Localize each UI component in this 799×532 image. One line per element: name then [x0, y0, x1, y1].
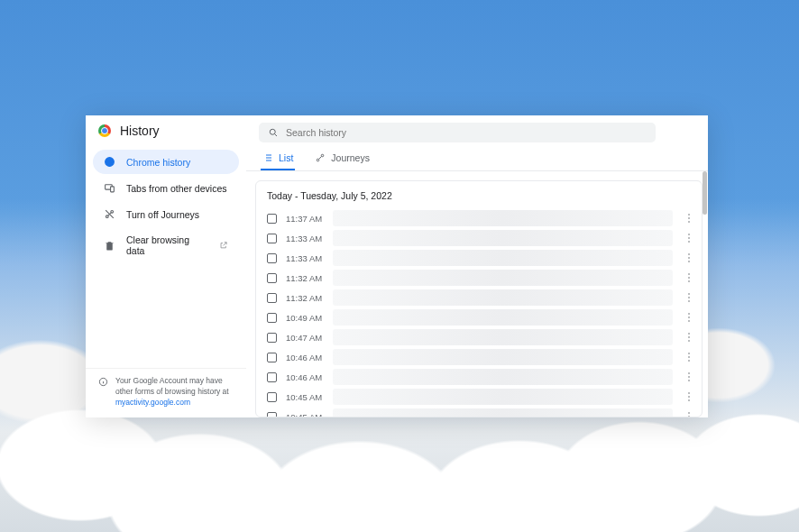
row-checkbox[interactable] — [267, 253, 277, 263]
sidebar-item-tabs-other-devices[interactable]: Tabs from other devices — [93, 176, 239, 200]
scrollbar-thumb[interactable] — [703, 171, 707, 215]
row-more-button[interactable] — [682, 211, 696, 225]
row-time: 11:32 AM — [286, 293, 324, 303]
row-more-button[interactable] — [682, 370, 696, 384]
devices-icon — [104, 182, 115, 194]
trash-icon — [104, 240, 115, 252]
history-card: Today - Tuesday, July 5, 2022 11:37 AM11… — [255, 180, 703, 417]
row-checkbox[interactable] — [267, 353, 277, 362]
row-time: 10:47 AM — [286, 333, 324, 343]
external-link-icon — [219, 241, 228, 250]
row-entry-placeholder — [333, 270, 673, 286]
row-checkbox[interactable] — [267, 293, 277, 303]
svg-rect-2 — [111, 187, 115, 192]
history-row[interactable]: 11:33 AM — [256, 248, 702, 268]
svg-point-3 — [106, 216, 108, 218]
sidebar-item-chrome-history[interactable]: Chrome history — [93, 150, 239, 174]
row-more-button[interactable] — [682, 310, 696, 325]
row-more-button[interactable] — [682, 271, 696, 285]
chrome-history-window: History Chrome history Tabs from other d… — [86, 115, 708, 417]
tabs: List Journeys — [246, 146, 708, 171]
sidebar: History Chrome history Tabs from other d… — [86, 115, 246, 417]
svg-point-7 — [317, 159, 320, 161]
row-time: 10:49 AM — [286, 313, 324, 323]
tab-label: List — [279, 152, 293, 163]
chrome-logo-icon — [98, 124, 111, 137]
tab-label: Journeys — [331, 152, 370, 163]
row-time: 10:45 AM — [286, 412, 324, 418]
history-row[interactable]: 10:47 AM — [256, 327, 702, 347]
sidebar-item-label: Clear browsing data — [126, 234, 208, 256]
page-title: History — [120, 124, 160, 138]
history-content: Today - Tuesday, July 5, 2022 11:37 AM11… — [246, 171, 708, 417]
row-checkbox[interactable] — [267, 234, 277, 243]
row-time: 11:33 AM — [286, 234, 324, 243]
row-time: 10:46 AM — [286, 353, 324, 362]
sidebar-item-label: Tabs from other devices — [126, 183, 226, 194]
clock-icon — [104, 156, 115, 168]
row-entry-placeholder — [333, 309, 673, 326]
row-entry-placeholder — [333, 210, 673, 226]
row-more-button[interactable] — [682, 350, 696, 364]
header: History — [86, 115, 246, 150]
tab-journeys[interactable]: Journeys — [313, 146, 372, 170]
row-checkbox[interactable] — [267, 273, 277, 283]
journeys-off-icon — [104, 208, 115, 220]
history-row[interactable]: 10:46 AM — [256, 367, 702, 387]
row-time: 10:46 AM — [286, 372, 324, 382]
history-row[interactable]: 11:32 AM — [256, 288, 702, 307]
row-more-button[interactable] — [682, 290, 696, 305]
row-time: 11:37 AM — [286, 214, 324, 224]
search-icon — [268, 127, 279, 138]
svg-point-4 — [111, 210, 114, 213]
row-entry-placeholder — [333, 389, 673, 405]
sidebar-footer: Your Google Account may have other forms… — [86, 368, 246, 417]
sidebar-item-label: Chrome history — [126, 157, 190, 168]
row-more-button[interactable] — [682, 251, 696, 265]
search-input[interactable] — [286, 127, 647, 138]
sidebar-item-clear-browsing-data[interactable]: Clear browsing data — [93, 228, 239, 262]
row-checkbox[interactable] — [267, 313, 277, 323]
footer-text: Your Google Account may have other forms… — [115, 376, 234, 408]
row-more-button[interactable] — [682, 231, 696, 245]
row-checkbox[interactable] — [267, 412, 277, 418]
sidebar-item-label: Turn off Journeys — [126, 209, 199, 220]
row-more-button[interactable] — [682, 330, 696, 344]
history-row[interactable]: 10:46 AM — [256, 347, 702, 367]
sidebar-nav: Chrome history Tabs from other devices T… — [86, 150, 246, 264]
history-row[interactable]: 11:37 AM — [256, 208, 702, 228]
search-box[interactable] — [259, 123, 656, 142]
tab-list[interactable]: List — [261, 146, 295, 170]
main-content: List Journeys Today - Tuesday, July 5, 2… — [246, 115, 708, 417]
history-row[interactable]: 10:45 AM — [256, 387, 702, 407]
row-entry-placeholder — [333, 329, 673, 345]
svg-point-6 — [270, 129, 275, 134]
search-row — [246, 115, 708, 146]
info-icon — [98, 377, 108, 387]
row-more-button[interactable] — [682, 390, 696, 404]
row-entry-placeholder — [333, 369, 673, 385]
svg-point-8 — [322, 154, 325, 157]
history-row[interactable]: 11:33 AM — [256, 228, 702, 248]
row-entry-placeholder — [333, 408, 673, 417]
sidebar-item-turn-off-journeys[interactable]: Turn off Journeys — [93, 202, 239, 226]
history-row[interactable]: 10:49 AM — [256, 307, 702, 327]
row-entry-placeholder — [333, 349, 673, 365]
history-row[interactable]: 10:45 AM — [256, 407, 702, 417]
list-icon — [262, 152, 273, 163]
row-time: 10:45 AM — [286, 392, 324, 402]
row-more-button[interactable] — [682, 409, 696, 417]
history-rows: 11:37 AM11:33 AM11:33 AM11:32 AM11:32 AM… — [256, 208, 702, 417]
row-entry-placeholder — [333, 289, 673, 306]
row-checkbox[interactable] — [267, 372, 277, 382]
row-checkbox[interactable] — [267, 392, 277, 402]
row-time: 11:32 AM — [286, 273, 324, 283]
row-time: 11:33 AM — [286, 253, 324, 263]
row-entry-placeholder — [333, 250, 673, 266]
date-header: Today - Tuesday, July 5, 2022 — [256, 181, 702, 208]
row-entry-placeholder — [333, 230, 673, 246]
history-row[interactable]: 11:32 AM — [256, 268, 702, 288]
myactivity-link[interactable]: myactivity.google.com — [115, 398, 190, 407]
row-checkbox[interactable] — [267, 333, 277, 343]
row-checkbox[interactable] — [267, 214, 277, 224]
